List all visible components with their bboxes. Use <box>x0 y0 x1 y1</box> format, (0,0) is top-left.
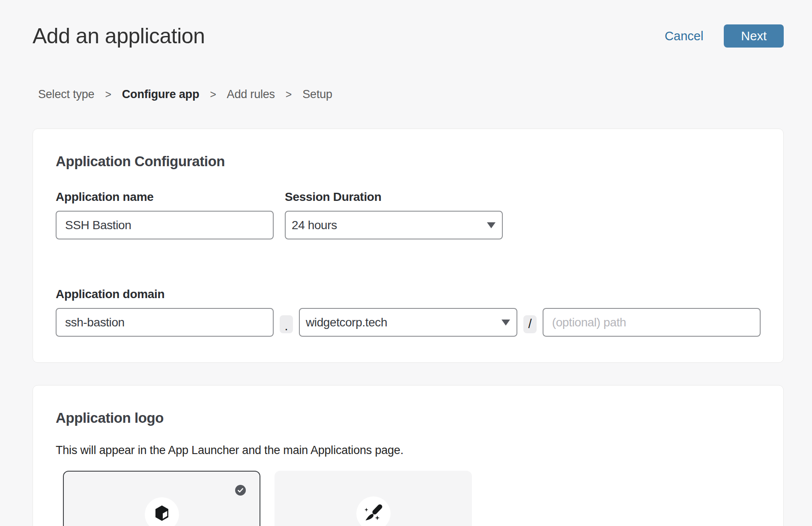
config-card-title: Application Configuration <box>56 153 761 170</box>
breadcrumb: Select type > Configure app > Add rules … <box>33 88 784 101</box>
cancel-button[interactable]: Cancel <box>665 29 703 43</box>
logo-description: This will appear in the App Launcher and… <box>56 444 761 457</box>
page-header: Add an application Cancel Next <box>33 24 784 48</box>
application-configuration-card: Application Configuration Application na… <box>33 129 784 363</box>
path-input[interactable] <box>543 308 761 337</box>
domain-select[interactable]: widgetcorp.tech <box>299 308 517 337</box>
chevron-separator: > <box>210 88 216 101</box>
chevron-down-icon <box>487 222 496 228</box>
step-setup[interactable]: Setup <box>302 88 332 101</box>
domain-dot-separator: . <box>280 315 293 333</box>
chevron-separator: > <box>105 88 111 101</box>
chevron-down-icon <box>502 320 510 326</box>
logo-card-title: Application logo <box>56 410 761 426</box>
step-select-type[interactable]: Select type <box>38 88 94 101</box>
application-name-label: Application name <box>56 190 274 204</box>
application-logo-card: Application logo This will appear in the… <box>33 385 784 526</box>
paintbrush-icon <box>356 496 391 526</box>
step-configure-app[interactable]: Configure app <box>122 88 199 101</box>
chevron-separator: > <box>286 88 292 101</box>
session-duration-select[interactable]: 24 hours <box>285 211 503 239</box>
logo-option-default[interactable] <box>63 471 260 526</box>
step-add-rules[interactable]: Add rules <box>227 88 275 101</box>
page-title: Add an application <box>33 24 205 48</box>
subdomain-input[interactable] <box>56 308 274 337</box>
session-duration-label: Session Duration <box>285 190 503 204</box>
domain-slash-separator: / <box>523 315 537 333</box>
selected-check-icon <box>235 485 246 496</box>
application-domain-label: Application domain <box>56 287 761 301</box>
application-name-input[interactable] <box>56 211 274 239</box>
next-button[interactable]: Next <box>724 24 784 48</box>
logo-option-custom[interactable] <box>275 471 472 526</box>
cube-icon <box>145 497 179 526</box>
